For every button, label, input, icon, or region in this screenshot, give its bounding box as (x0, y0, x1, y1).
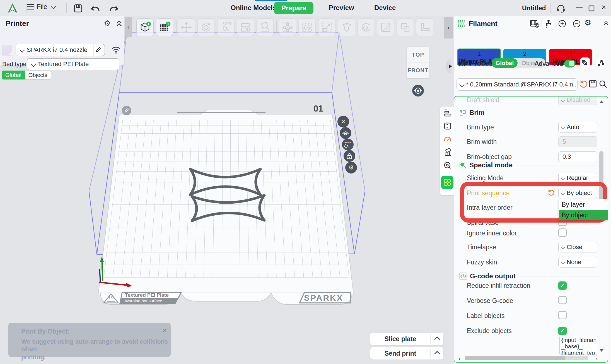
chevron-down-icon (561, 98, 565, 102)
category-special-active[interactable] (441, 176, 453, 189)
settings-scrollbar-vertical[interactable] (599, 97, 604, 361)
scroll-down-arrow[interactable] (600, 349, 603, 352)
chevron-down-icon (561, 125, 565, 129)
flush-volumes-button[interactable] (542, 18, 555, 30)
reset-print-sequence-button[interactable] (547, 189, 555, 197)
category-others-icon[interactable] (444, 161, 451, 169)
build-plate[interactable]: Textured PEI Plate Warning hot surface S… (98, 110, 354, 305)
plate-rename-button[interactable] (122, 106, 131, 115)
chevron-down-icon (561, 191, 565, 195)
exclude-objects-checkbox[interactable]: ✓ (558, 327, 567, 335)
ams-sync-button[interactable] (528, 18, 541, 30)
print-sequence-dropdown[interactable]: By object (558, 188, 597, 198)
process-settings-panel: Draft shield Disabled Brim Brim type Aut… (454, 96, 608, 363)
unlock-icon (346, 153, 353, 159)
plate-number: 01 (313, 104, 323, 114)
printer-panel-title: Printer (6, 19, 29, 28)
brim-section-icon (459, 109, 467, 116)
remove-filament-button[interactable] (573, 20, 581, 28)
save-preset-button[interactable] (589, 80, 597, 88)
setting-row-brim-object-gap: Brim-object gap 0.3 (467, 151, 597, 162)
maximize-button[interactable] (588, 5, 595, 11)
add-plate-button[interactable] (156, 18, 173, 36)
split-to-objects-button (279, 18, 296, 36)
undo-button[interactable] (90, 4, 100, 13)
category-support-icon[interactable] (444, 148, 451, 156)
chevron-down-icon (561, 260, 565, 264)
process-tab-global[interactable]: Global (492, 58, 518, 68)
support-headset-icon[interactable] (556, 4, 566, 13)
minimize-button[interactable]: — (574, 3, 584, 11)
advanced-toggle[interactable] (564, 60, 575, 68)
category-quality-icon[interactable] (444, 109, 451, 117)
close-button[interactable]: × (599, 3, 608, 12)
collapse-panel-icon[interactable] (116, 20, 122, 27)
nav-cube[interactable]: TOP FRONT (407, 47, 429, 78)
nav-cube-front-face[interactable]: FRONT (407, 63, 429, 78)
wifi-icon[interactable] (111, 45, 121, 54)
category-speed-icon[interactable] (444, 135, 451, 143)
label-objects-checkbox[interactable] (558, 311, 567, 319)
file-menu[interactable]: File (27, 3, 55, 11)
reset-preset-button[interactable] (579, 80, 588, 89)
toolbar-expand-right[interactable]: › (444, 17, 453, 38)
add-filament-button[interactable] (558, 20, 567, 28)
send-print-button[interactable]: Send print (370, 347, 443, 360)
printer-tab-objects[interactable]: Objects (25, 71, 51, 79)
settings-scrollbar-horizontal[interactable]: ‹ › (454, 355, 608, 361)
verbose-g-code-checkbox[interactable] (558, 296, 567, 304)
plate-settings-button[interactable]: ⚙ (345, 162, 357, 173)
edit-printer-icon[interactable] (93, 47, 105, 53)
hscroll-thumb[interactable] (465, 356, 565, 360)
slice-plate-button[interactable]: Slice plate (370, 333, 443, 345)
scroll-left-arrow[interactable]: ‹ (459, 356, 460, 362)
printer-tab-global[interactable]: Global (2, 71, 25, 79)
menu-item-by-layer[interactable]: By layer (559, 199, 608, 210)
arrange-plate-button[interactable] (340, 127, 351, 139)
toolbar-collapse-left[interactable]: ‹ (125, 17, 132, 37)
fuzzy-skin-dropdown[interactable]: None (558, 257, 597, 267)
setting-row-ignore-inner-color: Ignore inner color (467, 228, 597, 239)
lock-plate-button[interactable] (344, 150, 355, 162)
redo-button[interactable] (109, 4, 119, 13)
setting-row-label-objects: Label objects (467, 310, 597, 321)
brim-object-gap-input[interactable]: 0.3 (558, 151, 597, 162)
timelapse-dropdown[interactable]: Close (558, 242, 597, 252)
delete-plate-button[interactable]: × (337, 116, 349, 127)
menu-item-by-object[interactable]: By object (559, 210, 608, 220)
save-button[interactable] (74, 4, 83, 13)
process-preset-select[interactable]: * 0.20mm Standard @SPARKX i7 0.4 n... (457, 78, 578, 91)
advanced-label: Advanced (535, 60, 563, 68)
scroll-up-arrow[interactable] (600, 100, 603, 103)
ignore-inner-color-checkbox[interactable] (558, 228, 567, 237)
nav-cube-top-face[interactable]: TOP (407, 47, 429, 63)
setting-row-timelapse: Timelapse Close (467, 242, 597, 253)
scroll-right-arrow[interactable]: › (596, 356, 598, 362)
bed-type-select[interactable]: Textured PEI Plate (27, 58, 119, 70)
printer-preset-select[interactable]: SPARKX i7 0.4 nozzle (16, 44, 105, 56)
chevron-down-icon (561, 245, 565, 249)
slicing-mode-dropdown[interactable]: Regular (558, 173, 597, 183)
tab-preview[interactable]: Preview (329, 4, 354, 12)
filename-format-input[interactable]: {input_filenan _base}_ {filament_typ (559, 336, 598, 355)
add-object-button[interactable] (136, 18, 154, 36)
filament-settings-gear-icon[interactable]: ⚙ (584, 18, 591, 27)
auto-orient-icon: AUTO (219, 21, 232, 34)
orbit-home-button[interactable] (412, 85, 424, 97)
transfer-settings-button[interactable] (596, 57, 606, 69)
printer-settings-gear-icon[interactable]: ⚙ (104, 19, 111, 28)
tab-prepare[interactable]: Prepare (274, 2, 313, 14)
seam-painting-button (377, 18, 394, 36)
auto-orient-plate-button[interactable]: AUTO (342, 139, 354, 150)
tab-device[interactable]: Device (374, 4, 396, 12)
reduce-infill-retraction-checkbox[interactable]: ✓ (558, 281, 567, 290)
brim-type-dropdown[interactable]: Auto (558, 122, 597, 132)
tab-online-models[interactable]: Online Models (231, 4, 276, 12)
compare-presets-button[interactable] (580, 57, 590, 69)
category-strength-icon[interactable] (444, 122, 451, 130)
toast-title: Print By Object: (8, 323, 171, 335)
collapse-filament-icon[interactable] (603, 21, 609, 26)
toast-close-icon[interactable]: × (163, 326, 167, 335)
search-preset-button[interactable] (599, 80, 607, 88)
section-brim: Brim (459, 109, 602, 117)
